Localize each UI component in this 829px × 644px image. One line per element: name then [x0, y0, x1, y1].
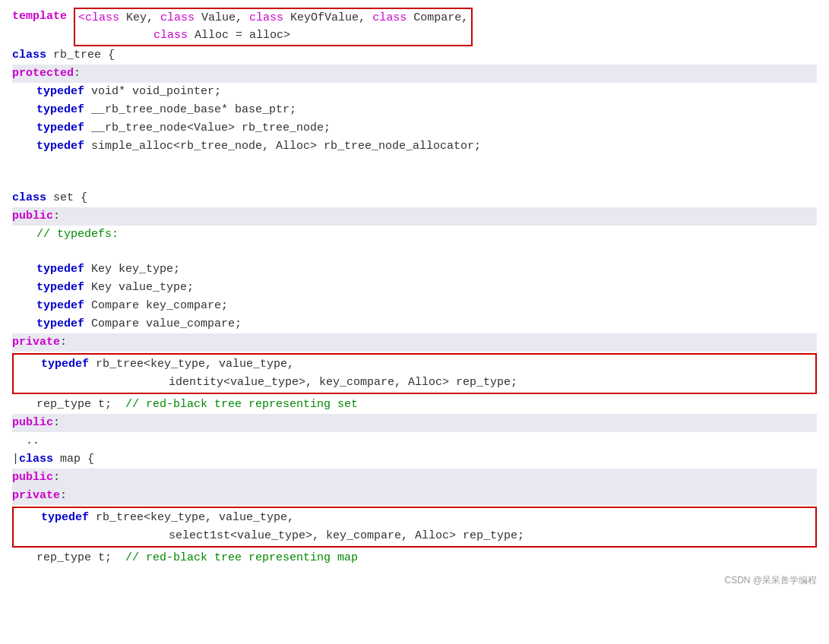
- line-typedef-rb-tree-node: typedef __rb_tree_node<Value> rb_tree_no…: [12, 119, 817, 137]
- line-set-public-1: public:: [12, 207, 817, 226]
- set-typedef-box: typedef rb_tree<key_type, value_type, id…: [12, 353, 817, 394]
- line-set-private: private:: [12, 333, 817, 352]
- watermark-text: CSDN @呆呆兽学编程: [724, 575, 817, 586]
- line-comment-typedefs: // typedefs:: [12, 226, 817, 244]
- empty-3: [12, 244, 817, 260]
- empty-1: [12, 156, 817, 172]
- template-open: <class Key, class Value, class KeyOfValu…: [74, 8, 473, 46]
- line-map-typedef-1: typedef rb_tree<key_type, value_type,: [17, 509, 812, 527]
- line-protected: protected:: [12, 65, 817, 83]
- line-template: template <class Key, class Value, class …: [12, 8, 817, 46]
- line-typedef-value-type: typedef Key value_type;: [12, 279, 817, 297]
- line-set-public-2: public:: [12, 414, 817, 432]
- line-map-public: public:: [12, 469, 817, 487]
- line-set-typedef-1: typedef rb_tree<key_type, value_type,: [17, 355, 812, 374]
- line-rb-tree-class: class rb_tree {: [12, 46, 817, 65]
- line-typedef-value-compare: typedef Compare value_compare;: [12, 315, 817, 333]
- line-typedef-base-ptr: typedef __rb_tree_node_base* base_ptr;: [12, 101, 817, 119]
- line-rep-type-map: rep_type t; // red-black tree representi…: [12, 549, 817, 567]
- line-map-private: private:: [12, 487, 817, 505]
- line-set-typedef-2: identity<value_type>, key_compare, Alloc…: [17, 374, 812, 392]
- empty-2: [12, 172, 817, 189]
- line-typedef-key-type: typedef Key key_type;: [12, 260, 817, 279]
- watermark-area: CSDN @呆呆兽学编程: [12, 567, 817, 589]
- code-area: template <class Key, class Value, class …: [12, 8, 817, 589]
- line-set-class: class set {: [12, 189, 817, 207]
- line-map-class: |class map {: [12, 450, 817, 469]
- map-typedef-box: typedef rb_tree<key_type, value_type, se…: [12, 507, 817, 548]
- line-rep-type-set: rep_type t; // red-black tree representi…: [12, 396, 817, 414]
- kw-template: template: [12, 8, 74, 25]
- line-map-typedef-2: select1st<value_type>, key_compare, Allo…: [17, 527, 812, 545]
- line-typedef-void-pointer: typedef void* void_pointer;: [12, 83, 817, 101]
- line-typedef-key-compare: typedef Compare key_compare;: [12, 297, 817, 315]
- line-dots: ..: [12, 432, 817, 450]
- line-typedef-allocator: typedef simple_alloc<rb_tree_node, Alloc…: [12, 137, 817, 156]
